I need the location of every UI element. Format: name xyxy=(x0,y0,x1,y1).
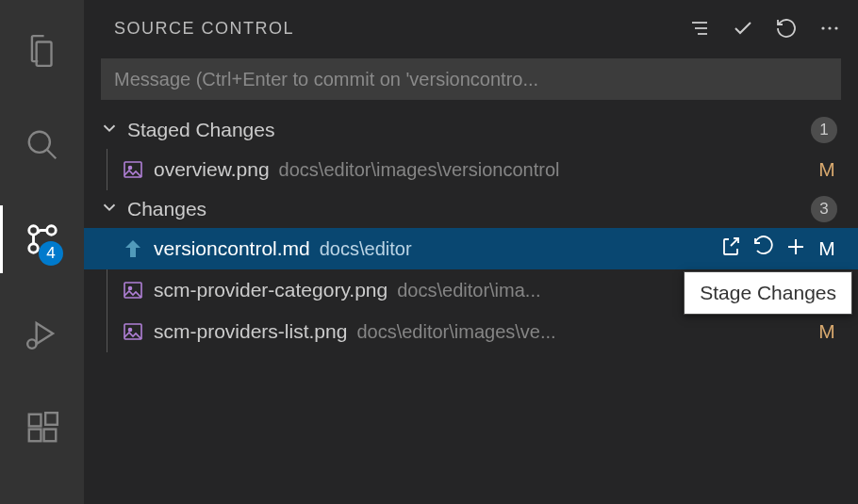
svg-point-14 xyxy=(821,26,824,29)
panel-title: SOURCE CONTROL xyxy=(114,19,294,39)
activity-bar: 4 xyxy=(0,0,84,504)
section-count: 1 xyxy=(811,117,837,143)
chevron-down-icon xyxy=(99,197,120,221)
source-control-badge: 4 xyxy=(39,241,63,266)
svg-rect-9 xyxy=(43,430,56,442)
files-icon xyxy=(25,33,60,69)
svg-point-22 xyxy=(129,287,132,290)
svg-rect-7 xyxy=(28,415,41,427)
commit-button[interactable] xyxy=(732,17,754,40)
file-path: docs\editor\images\ve... xyxy=(356,321,555,343)
file-list-staged: overview.png docs\editor\images\versionc… xyxy=(84,149,858,190)
more-actions-button[interactable] xyxy=(818,17,841,40)
file-row[interactable]: versioncontrol.md docs\editor M xyxy=(84,228,858,269)
svg-point-4 xyxy=(28,226,38,236)
refresh-button[interactable] xyxy=(775,17,798,40)
file-list-changes: versioncontrol.md docs\editor M sc xyxy=(84,228,858,352)
image-file-icon xyxy=(122,158,144,181)
extensions-icon xyxy=(25,410,60,446)
search-icon xyxy=(25,127,60,163)
activity-search[interactable] xyxy=(0,111,84,179)
svg-point-15 xyxy=(828,26,831,29)
svg-rect-8 xyxy=(28,430,41,442)
debug-icon xyxy=(25,316,60,351)
refresh-icon xyxy=(775,17,798,40)
file-name: versioncontrol.md xyxy=(154,237,310,260)
plus-icon xyxy=(784,236,807,258)
file-name: scm-provider-category.png xyxy=(154,279,388,301)
discard-changes-button[interactable] xyxy=(752,236,775,263)
file-row-actions xyxy=(720,236,807,263)
svg-point-3 xyxy=(28,244,38,253)
svg-marker-5 xyxy=(36,323,52,344)
file-path: docs\editor\ima... xyxy=(397,280,540,301)
svg-point-16 xyxy=(834,26,837,29)
ellipsis-icon xyxy=(818,17,841,40)
tooltip: Stage Changes xyxy=(684,271,852,315)
file-name: scm-providers-list.png xyxy=(154,320,347,343)
view-tree-button[interactable] xyxy=(688,17,711,40)
svg-point-18 xyxy=(129,167,132,170)
file-status: M xyxy=(817,158,837,181)
svg-line-1 xyxy=(46,150,56,159)
activity-extensions[interactable] xyxy=(0,394,84,462)
file-path: docs\editor xyxy=(320,238,412,260)
file-row[interactable]: scm-providers-list.png docs\editor\image… xyxy=(84,311,858,352)
svg-point-24 xyxy=(129,329,132,332)
open-file-button[interactable] xyxy=(720,236,743,263)
panel-header: SOURCE CONTROL xyxy=(84,17,858,53)
file-row[interactable]: overview.png docs\editor\images\versionc… xyxy=(84,149,858,190)
chevron-down-icon xyxy=(99,118,120,142)
svg-rect-10 xyxy=(45,413,58,425)
image-file-icon xyxy=(122,279,144,301)
svg-point-6 xyxy=(27,339,37,349)
file-status: M xyxy=(817,237,837,260)
file-status: M xyxy=(817,320,837,343)
stage-changes-button[interactable] xyxy=(784,236,807,263)
section-title: Staged Changes xyxy=(127,119,803,141)
activity-source-control[interactable]: 4 xyxy=(0,205,84,273)
goto-file-icon xyxy=(720,236,743,258)
discard-icon xyxy=(752,236,775,258)
commit-message-input[interactable]: Message (Ctrl+Enter to commit on 'versio… xyxy=(101,58,841,100)
svg-point-2 xyxy=(46,226,56,236)
source-control-panel: SOURCE CONTROL Message (Ctrl+Enter to co… xyxy=(84,0,858,504)
check-icon xyxy=(732,17,754,40)
file-path: docs\editor\images\versioncontrol xyxy=(279,159,560,181)
panel-actions xyxy=(688,17,841,40)
section-header-changes[interactable]: Changes 3 xyxy=(84,190,858,228)
section-count: 3 xyxy=(811,196,837,222)
activity-explorer[interactable] xyxy=(0,17,84,85)
section-title: Changes xyxy=(127,198,803,220)
file-name: overview.png xyxy=(154,158,270,181)
markdown-file-icon xyxy=(122,237,144,260)
image-file-icon xyxy=(122,320,144,343)
tree-view-icon xyxy=(688,17,711,40)
svg-point-0 xyxy=(28,132,49,153)
activity-run-debug[interactable] xyxy=(0,300,84,367)
section-header-staged[interactable]: Staged Changes 1 xyxy=(84,111,858,149)
